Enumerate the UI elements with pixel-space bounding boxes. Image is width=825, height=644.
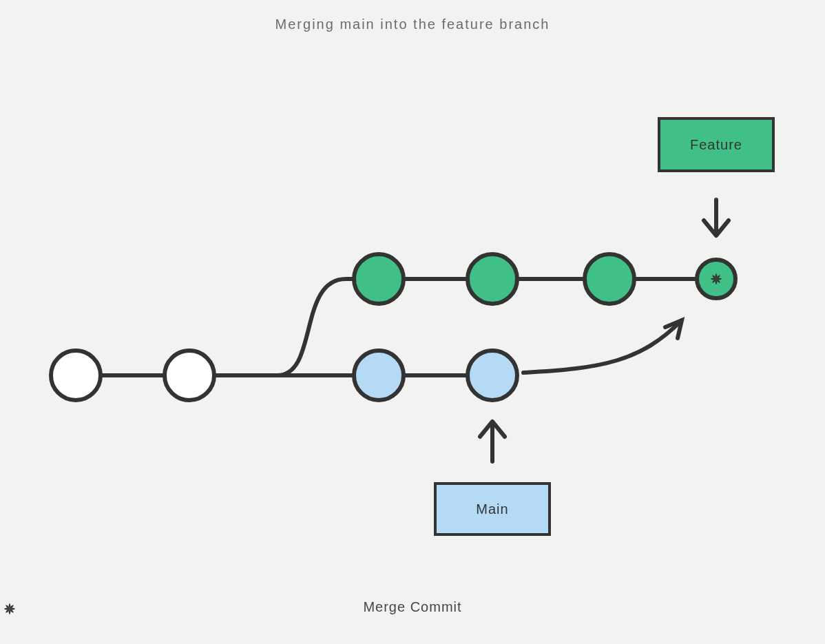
feature-arrow-down-icon <box>704 200 729 236</box>
feature-branch-text: Feature <box>690 137 742 153</box>
git-diagram-svg <box>0 0 825 644</box>
svg-point-3 <box>468 351 517 400</box>
commit-node <box>585 254 634 304</box>
svg-point-5 <box>468 254 517 304</box>
svg-point-6 <box>585 254 634 304</box>
svg-point-1 <box>165 351 214 400</box>
commit-node <box>354 254 404 304</box>
commit-node <box>468 351 517 400</box>
legend: Merge Commit <box>0 599 825 615</box>
svg-point-2 <box>354 351 404 400</box>
feature-branch-label: Feature <box>658 117 775 172</box>
merge-edge <box>523 320 682 373</box>
main-branch-label: Main <box>434 482 551 536</box>
commit-node <box>165 351 214 400</box>
main-branch-text: Main <box>476 501 508 517</box>
svg-point-0 <box>51 351 101 400</box>
commit-node <box>51 351 101 400</box>
merge-star-icon <box>711 273 722 284</box>
legend-text: Merge Commit <box>363 599 461 615</box>
merge-commit-node <box>697 260 735 298</box>
merge-commit-icon <box>0 599 19 619</box>
commit-node <box>468 254 517 304</box>
svg-point-4 <box>354 254 404 304</box>
edge <box>189 279 379 375</box>
commit-node <box>354 351 404 400</box>
main-arrow-up-icon <box>480 422 505 461</box>
